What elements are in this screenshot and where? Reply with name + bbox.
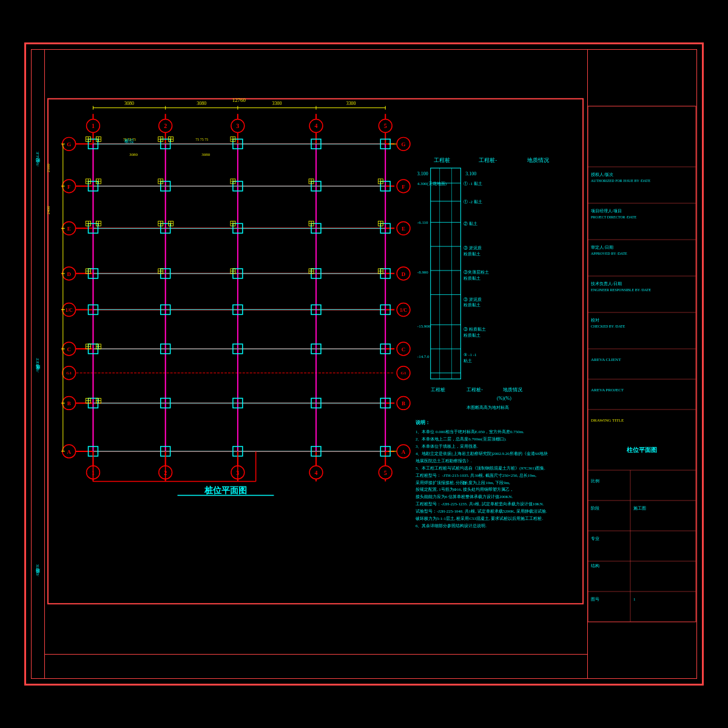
- svg-rect-242: [431, 168, 461, 379]
- svg-text:A: A: [402, 449, 406, 455]
- svg-text:G: G: [67, 141, 71, 147]
- svg-text:AUTHORIZED FOR ISSUE BY /DATE: AUTHORIZED FOR ISSUE BY /DATE: [591, 179, 650, 183]
- title-block-svg: 授权人/版次 AUTHORIZED FOR ISSUE BY /DATE 项目经…: [588, 50, 697, 678]
- svg-text:1: 1: [92, 123, 95, 129]
- svg-text:E: E: [402, 226, 405, 232]
- svg-text:② 黏土: ② 黏土: [463, 221, 477, 226]
- svg-text:试验型号：-J2H-225-1048. 共1根, 试定单桩承: 试验型号：-J2H-225-1048. 共1根, 试定单桩承载5200K, 采用…: [416, 509, 547, 514]
- svg-text:ENGINEER RESPONSIBLE BY /DATE: ENGINEER RESPONSIBLE BY /DATE: [591, 288, 652, 292]
- svg-text:2400: 2400: [46, 206, 51, 214]
- svg-text:工程桩型号： -JTH-215-1035. 共30根, 截面: 工程桩型号： -JTH-215-1035. 共30根, 截面尺寸250×250,…: [416, 473, 536, 478]
- svg-text:工程桩-: 工程桩-: [467, 387, 483, 393]
- svg-text:DRAWING TITLE: DRAWING TITLE: [591, 418, 624, 423]
- svg-text:4: 4: [315, 470, 318, 476]
- svg-text:G1: G1: [401, 371, 406, 376]
- svg-text:(%)(%): (%)(%): [497, 396, 511, 401]
- svg-text:施工图: 施工图: [633, 506, 646, 511]
- svg-text:本图断高高为地对标高: 本图断高高为地对标高: [467, 405, 509, 410]
- svg-text:5: 5: [384, 123, 387, 129]
- svg-text:技术负责人/日期: 技术负责人/日期: [590, 281, 622, 286]
- svg-text:6、其余详细部分参照结构设计总说明.: 6、其余详细部分参照结构设计总说明.: [416, 524, 487, 528]
- svg-text:柱位平面图: 柱位平面图: [626, 447, 657, 453]
- svg-text:工程桩: 工程桩: [434, 157, 450, 163]
- svg-text:3300: 3300: [272, 101, 281, 106]
- svg-text:4、地勘立定是依据[上海岩土勘察研究院]2002.9.20所: 4、地勘立定是依据[上海岩土勘察研究院]2002.9.20所着的《金港S8地块: [416, 451, 548, 456]
- svg-text:粉质黏土: 粉质黏土: [463, 276, 480, 281]
- svg-text:阶段: 阶段: [591, 506, 599, 511]
- svg-text:2: 2: [164, 123, 167, 129]
- svg-text:B: B: [67, 400, 71, 406]
- svg-text:③夹薄层粉土: ③夹薄层粉土: [463, 270, 489, 275]
- left-strip-label-3: 日期/DATE: [35, 564, 40, 576]
- svg-text:3300: 3300: [346, 101, 356, 106]
- svg-text:接头能能力应为6 估算单桩整体承载力设计值200KN.: 接头能能力应为6 估算单桩整体承载力设计值200KN.: [416, 494, 513, 499]
- svg-text:CHECKED BY /DATE: CHECKED BY /DATE: [591, 325, 625, 328]
- svg-text:3.100: 3.100: [465, 171, 476, 177]
- svg-text:地质情况: 地质情况: [502, 387, 522, 393]
- left-strip-label-1: 比例/SCALE: [35, 152, 40, 166]
- drawing-area: 3080 3080 3300 3300 12760 1 2: [45, 50, 587, 654]
- svg-text:桩位平面图: 桩位平面图: [204, 485, 247, 495]
- svg-text:-8.900: -8.900: [417, 270, 428, 275]
- svg-text:D: D: [402, 271, 405, 277]
- svg-text:校对: 校对: [590, 318, 599, 323]
- svg-text:3.100: 3.100: [417, 171, 428, 177]
- svg-text:③ 粉质黏土: ③ 粉质黏土: [463, 327, 486, 332]
- svg-text:审定人/日期: 审定人/日期: [591, 245, 613, 250]
- svg-text:75  75  75: 75 75 75: [195, 138, 208, 141]
- svg-text:E: E: [67, 226, 71, 232]
- svg-text:-14.7.0: -14.7.0: [417, 354, 430, 359]
- svg-text:3080: 3080: [197, 101, 206, 106]
- left-strip: 比例/SCALE 图纸/SHEET 日期/DATE: [32, 50, 45, 678]
- svg-text:F: F: [67, 184, 71, 190]
- inner-frame: 比例/SCALE 图纸/SHEET 日期/DATE: [31, 49, 697, 679]
- drawing-svg: 3080 3080 3300 3300 12760 1 2: [45, 50, 587, 654]
- svg-text:APPROVED BY /DATE: APPROVED BY /DATE: [591, 252, 627, 255]
- svg-text:按规定配置, 1号筋为Φ16, 接头处均用铜帮塑方属乙，: 按规定配置, 1号筋为Φ16, 接头处均用铜帮塑方属乙，: [416, 487, 514, 492]
- svg-text:F: F: [402, 184, 405, 190]
- svg-text:G: G: [402, 141, 406, 147]
- svg-text:工程桩: 工程桩: [431, 387, 445, 393]
- bottom-title-strip: [45, 654, 587, 678]
- svg-text:① -2 黏土: ① -2 黏土: [463, 200, 482, 204]
- svg-text:工程桩-: 工程桩-: [479, 157, 497, 163]
- left-strip-label-2: 图纸/SHEET: [35, 358, 40, 372]
- svg-rect-297: [588, 106, 696, 622]
- svg-text:粉质黏土: 粉质黏土: [463, 333, 480, 338]
- svg-text:地展医院总土工程勘察报告》.: 地展医院总土工程勘察报告》.: [415, 459, 472, 463]
- svg-text:-15.900: -15.900: [417, 324, 431, 329]
- svg-text:C: C: [67, 346, 71, 352]
- svg-text:3: 3: [236, 123, 239, 129]
- svg-text:地质情况: 地质情况: [527, 157, 549, 163]
- svg-text:③ 淤泥质: ③ 淤泥质: [463, 297, 482, 302]
- svg-text:-6.110: -6.110: [417, 220, 428, 225]
- svg-text:5: 5: [384, 470, 387, 476]
- svg-text:3080: 3080: [124, 101, 134, 106]
- svg-text:C: C: [402, 346, 405, 352]
- svg-text:AREVA PROJECT: AREVA PROJECT: [591, 388, 624, 393]
- svg-text:AREVA CLIENT: AREVA CLIENT: [591, 357, 621, 362]
- svg-text:5、本工程工程桩与试桩均选自《顶制钢筋混凝土方桩》(97C3: 5、本工程工程桩与试桩均选自《顶制钢筋混凝土方桩》(97C361)图集.: [416, 466, 545, 471]
- svg-text:专业: 专业: [591, 536, 599, 541]
- svg-text:比例: 比例: [591, 479, 599, 484]
- svg-text:授权人/版次: 授权人/版次: [591, 172, 613, 177]
- svg-text:2100: 2100: [46, 164, 51, 172]
- svg-text:D: D: [67, 271, 71, 277]
- svg-text:A: A: [67, 449, 72, 455]
- svg-text:① -1 黏土: ① -1 黏土: [463, 181, 482, 186]
- svg-text:4.300(天花地面): 4.300(天花地面): [417, 181, 447, 186]
- svg-text:结构: 结构: [591, 564, 599, 568]
- svg-text:破坏极力为5-1-1层土, 桩采用C53混凝土, 要求试桩以: 破坏极力为5-1-1层土, 桩采用C53混凝土, 要求试桩以后用施工工程桩.: [415, 516, 544, 521]
- svg-text:粉质黏土: 粉质黏土: [463, 252, 480, 257]
- svg-text:1、本单位 0.000相当于绝对标高E.050，室方外高差0: 1、本单位 0.000相当于绝对标高E.050，室方外高差0.750m.: [416, 430, 524, 434]
- svg-text:It: It: [463, 480, 467, 486]
- svg-text:G1: G1: [66, 371, 72, 376]
- outer-frame: 比例/SCALE 图纸/SHEET 日期/DATE: [24, 42, 704, 686]
- svg-text:3080: 3080: [129, 152, 138, 157]
- svg-text:粉质黏土: 粉质黏土: [463, 303, 480, 308]
- svg-text:12760: 12760: [232, 97, 246, 103]
- svg-text:说明：: 说明：: [416, 420, 430, 425]
- svg-text:⑤ -1 -1: ⑤ -1 -1: [463, 352, 477, 357]
- svg-text:图号: 图号: [591, 597, 599, 602]
- svg-text:1: 1: [633, 597, 636, 602]
